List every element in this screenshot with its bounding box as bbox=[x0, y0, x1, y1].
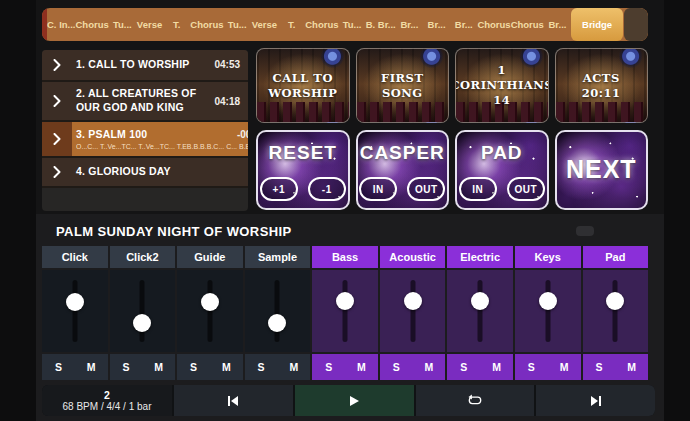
control-tile[interactable]: PAD INOUT bbox=[455, 130, 549, 210]
control-pad-grid: RESET +1-1 CASPER INOUT PAD INOUT NEXT bbox=[256, 130, 648, 210]
mixer-channel-body bbox=[447, 270, 513, 352]
volume-knob[interactable] bbox=[404, 292, 422, 310]
setlist-row-expand[interactable] bbox=[42, 122, 72, 156]
solo-button[interactable]: S bbox=[447, 354, 480, 380]
scene-tile[interactable]: ACTS 20:11 bbox=[555, 48, 649, 123]
volume-slider[interactable] bbox=[538, 280, 558, 342]
solo-button[interactable]: S bbox=[245, 354, 278, 380]
volume-knob[interactable] bbox=[133, 314, 151, 332]
solo-button[interactable]: S bbox=[42, 354, 75, 380]
control-sub-button[interactable]: IN bbox=[359, 177, 397, 201]
timeline-section-label: Tu... bbox=[113, 19, 132, 30]
setlist-row-expand[interactable] bbox=[42, 158, 72, 186]
setlist-row[interactable]: 3. PSALM 100 -00:12 O...C... T..Ve...TC.… bbox=[42, 122, 248, 158]
setlist-row-expand[interactable] bbox=[42, 82, 72, 120]
timeline-section[interactable]: Br... bbox=[450, 8, 477, 41]
volume-slider[interactable] bbox=[335, 280, 355, 342]
solo-mute-row: S M bbox=[380, 354, 446, 380]
chevron-right-icon bbox=[53, 59, 61, 71]
scene-tile-label: 1 CORINTHIANS 14 bbox=[456, 49, 548, 122]
tab-performance[interactable] bbox=[642, 226, 660, 236]
timeline-section[interactable]: Chorus bbox=[76, 8, 109, 41]
skip-forward-button[interactable] bbox=[536, 385, 655, 416]
timeline-section[interactable]: Bridge bbox=[571, 8, 623, 41]
timeline-section-label: Chorus bbox=[511, 19, 544, 30]
timeline-section[interactable]: T. bbox=[278, 8, 305, 41]
play-button[interactable] bbox=[295, 385, 414, 416]
mute-button[interactable]: M bbox=[413, 354, 446, 380]
mute-button[interactable]: M bbox=[75, 354, 108, 380]
volume-knob[interactable] bbox=[539, 292, 557, 310]
scene-tile[interactable]: 1 CORINTHIANS 14 bbox=[455, 48, 549, 123]
control-tile[interactable]: RESET +1-1 bbox=[256, 130, 350, 210]
timeline-section[interactable]: Tu... bbox=[338, 8, 365, 41]
control-sub-button[interactable]: +1 bbox=[260, 177, 298, 201]
timeline-section[interactable]: Tu... bbox=[224, 8, 251, 41]
mute-button[interactable]: M bbox=[615, 354, 648, 380]
timeline-section-label: Br... bbox=[549, 19, 567, 30]
solo-button[interactable]: S bbox=[312, 354, 345, 380]
solo-button[interactable]: S bbox=[177, 354, 210, 380]
volume-slider[interactable] bbox=[200, 280, 220, 342]
volume-knob[interactable] bbox=[268, 314, 286, 332]
setlist-row[interactable]: 4. GLORIOUS DAY bbox=[42, 158, 248, 188]
tab-settings[interactable] bbox=[554, 226, 572, 236]
control-sub-button[interactable]: -1 bbox=[308, 177, 346, 201]
volume-slider[interactable] bbox=[65, 280, 85, 342]
control-sub-button[interactable]: OUT bbox=[407, 177, 445, 201]
solo-button[interactable]: S bbox=[515, 354, 548, 380]
timeline-section[interactable]: Chorus bbox=[190, 8, 223, 41]
tab-lyrics[interactable] bbox=[620, 226, 638, 236]
volume-slider[interactable] bbox=[267, 280, 287, 342]
timeline-section[interactable]: Br... bbox=[544, 8, 571, 41]
mute-button[interactable]: M bbox=[210, 354, 243, 380]
volume-knob[interactable] bbox=[201, 293, 219, 311]
tab-canvas[interactable] bbox=[598, 226, 616, 236]
volume-knob[interactable] bbox=[471, 292, 489, 310]
timeline-section[interactable]: Verse bbox=[136, 8, 163, 41]
setlist-row-expand[interactable] bbox=[42, 50, 72, 80]
mixer-channel-body bbox=[245, 270, 311, 352]
volume-slider[interactable] bbox=[403, 280, 423, 342]
control-tile[interactable]: CASPER INOUT bbox=[356, 130, 450, 210]
scene-tile[interactable]: CALL TO WORSHIP bbox=[256, 48, 350, 123]
volume-knob[interactable] bbox=[606, 292, 624, 310]
solo-button[interactable]: S bbox=[583, 354, 616, 380]
setlist-row-body: 1. CALL TO WORSHIP 04:53 bbox=[72, 50, 248, 80]
setlist-row[interactable]: 2. ALL CREATURES OF OUR GOD AND KING 04:… bbox=[42, 82, 248, 122]
timeline-section-label: Chorus bbox=[190, 19, 223, 30]
volume-slider[interactable] bbox=[132, 280, 152, 342]
timeline-section[interactable]: Br... bbox=[423, 8, 450, 41]
setlist-row-body: 3. PSALM 100 -00:12 O...C... T..Ve...TC.… bbox=[72, 122, 248, 156]
control-sub-button[interactable]: IN bbox=[459, 177, 497, 201]
timeline-section[interactable]: B. Br... bbox=[366, 8, 396, 41]
mute-button[interactable]: M bbox=[480, 354, 513, 380]
setlist-row[interactable]: 1. CALL TO WORSHIP 04:53 bbox=[42, 50, 248, 82]
timeline-section[interactable]: Chorus bbox=[511, 8, 544, 41]
timeline-section[interactable]: Tu... bbox=[109, 8, 136, 41]
mute-button[interactable]: M bbox=[548, 354, 581, 380]
volume-knob[interactable] bbox=[336, 292, 354, 310]
mute-button[interactable]: M bbox=[142, 354, 175, 380]
mixer-panel: Click S M Click2 S M Guide S bbox=[42, 246, 648, 380]
timeline-section[interactable]: Br... bbox=[396, 8, 423, 41]
timeline-section[interactable]: Chorus bbox=[305, 8, 338, 41]
control-sub-buttons: +1-1 bbox=[263, 177, 343, 201]
solo-button[interactable]: S bbox=[380, 354, 413, 380]
timeline-section[interactable]: Chorus bbox=[477, 8, 510, 41]
timeline-section[interactable]: Verse bbox=[251, 8, 278, 41]
mute-button[interactable]: M bbox=[277, 354, 310, 380]
volume-slider[interactable] bbox=[605, 280, 625, 342]
loop-button[interactable] bbox=[416, 385, 535, 416]
scene-tile[interactable]: FIRST SONG bbox=[356, 48, 450, 123]
tab-mixer[interactable] bbox=[576, 226, 594, 236]
timeline-section[interactable]: T. bbox=[163, 8, 190, 41]
volume-knob[interactable] bbox=[66, 293, 84, 311]
volume-slider[interactable] bbox=[470, 280, 490, 342]
mute-button[interactable]: M bbox=[345, 354, 378, 380]
control-sub-button[interactable]: OUT bbox=[507, 177, 545, 201]
timeline-section[interactable]: C. In... bbox=[47, 8, 76, 41]
control-tile[interactable]: NEXT bbox=[555, 130, 649, 210]
skip-back-button[interactable] bbox=[174, 385, 293, 416]
solo-button[interactable]: S bbox=[110, 354, 143, 380]
